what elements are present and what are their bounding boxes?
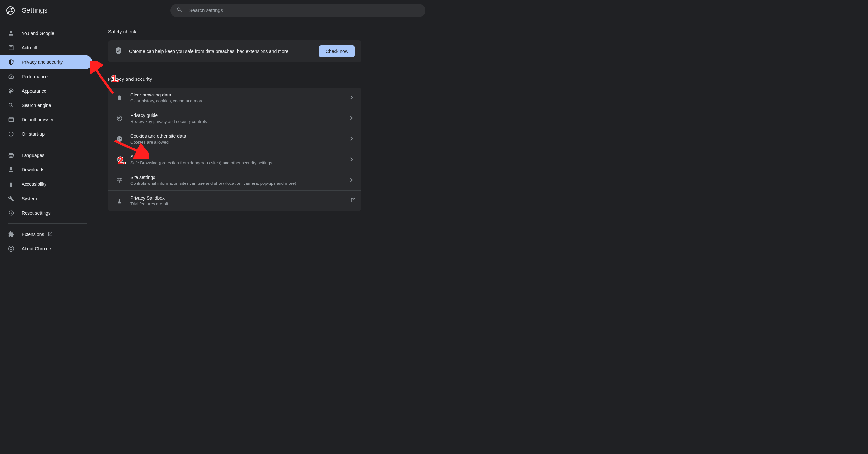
download-icon	[8, 166, 14, 173]
sidebar-item-system[interactable]: System	[0, 191, 92, 206]
sidebar-item-label: Default browser	[22, 117, 54, 122]
cookie-icon	[116, 135, 123, 142]
accessibility-icon	[8, 181, 14, 187]
sidebar-divider	[8, 144, 87, 145]
sidebar-item-label: Performance	[22, 74, 48, 79]
palette-icon	[8, 88, 14, 94]
check-now-button[interactable]: Check now	[319, 45, 355, 57]
wrench-icon	[8, 195, 14, 202]
shield-icon	[8, 59, 14, 65]
privacy-item-subtitle: Review key privacy and security controls	[130, 119, 350, 124]
sidebar-item-accessibility[interactable]: Accessibility	[0, 177, 92, 191]
tune-icon	[116, 176, 123, 184]
external-link-icon	[48, 231, 53, 237]
sidebar-item-extensions[interactable]: Extensions	[0, 227, 92, 241]
privacy-item-privacy-guide[interactable]: Privacy guide Review key privacy and sec…	[108, 108, 361, 129]
browser-icon	[8, 117, 14, 123]
sidebar-item-languages[interactable]: Languages	[0, 148, 92, 163]
svg-point-3	[10, 248, 12, 250]
header: Settings	[0, 0, 495, 21]
chevron-right-icon	[350, 136, 353, 142]
privacy-item-cookies[interactable]: Cookies and other site data Cookies are …	[108, 129, 361, 150]
sidebar-item-label: Reset settings	[22, 210, 51, 216]
sidebar-item-auto-fill[interactable]: Auto-fill	[0, 40, 92, 55]
chrome-logo-icon	[6, 6, 15, 15]
sidebar-item-label: Appearance	[22, 88, 46, 94]
sidebar-item-appearance[interactable]: Appearance	[0, 84, 92, 98]
sidebar-item-label: Search engine	[22, 103, 51, 108]
chevron-right-icon	[350, 157, 353, 163]
chevron-right-icon	[350, 177, 353, 183]
sidebar-item-label: On start-up	[22, 131, 44, 137]
sidebar-item-search-engine[interactable]: Search engine	[0, 98, 92, 112]
search-icon	[176, 6, 183, 14]
search-box[interactable]	[170, 4, 426, 17]
sidebar-item-privacy-security[interactable]: Privacy and security	[0, 55, 92, 69]
privacy-item-title: Privacy guide	[130, 113, 350, 118]
privacy-item-site-settings[interactable]: Site settings Controls what information …	[108, 170, 361, 191]
privacy-item-title: Security	[130, 154, 350, 159]
sidebar-item-downloads[interactable]: Downloads	[0, 163, 92, 177]
privacy-item-title: Clear browsing data	[130, 92, 350, 97]
page-title: Settings	[22, 6, 48, 15]
privacy-item-subtitle: Cookies are allowed	[130, 140, 350, 144]
power-icon	[8, 131, 14, 137]
privacy-item-title: Cookies and other site data	[130, 133, 350, 139]
safety-check-message: Chrome can help keep you safe from data …	[129, 49, 319, 54]
sidebar-item-label: System	[22, 196, 37, 201]
sidebar-divider	[8, 223, 87, 224]
search-container	[107, 4, 489, 17]
privacy-list: Clear browsing data Clear history, cooki…	[108, 88, 361, 211]
person-icon	[8, 30, 14, 37]
section-title-privacy: Privacy and security	[108, 76, 361, 82]
privacy-item-subtitle: Clear history, cookies, cache and more	[130, 98, 350, 103]
flask-icon	[116, 197, 123, 204]
privacy-item-clear-browsing-data[interactable]: Clear browsing data Clear history, cooki…	[108, 88, 361, 108]
sidebar-item-label: You and Google	[22, 31, 54, 36]
chevron-right-icon	[350, 116, 353, 121]
shield-check-icon	[115, 47, 122, 56]
sidebar-item-you-and-google[interactable]: You and Google	[0, 26, 92, 40]
sidebar-item-reset-settings[interactable]: Reset settings	[0, 206, 92, 220]
sidebar-item-about-chrome[interactable]: About Chrome	[0, 241, 92, 256]
safety-check-card: Chrome can help keep you safe from data …	[108, 40, 361, 62]
sidebar-item-performance[interactable]: Performance	[0, 69, 92, 84]
sidebar-item-default-browser[interactable]: Default browser	[0, 112, 92, 127]
section-title-safety: Safety check	[108, 29, 361, 34]
sidebar-item-label: Privacy and security	[22, 60, 63, 65]
search-engine-icon	[8, 102, 14, 108]
content-area: Safety check Chrome can help keep you sa…	[95, 21, 495, 258]
svg-point-2	[8, 246, 14, 252]
sidebar-item-label: Auto-fill	[22, 45, 37, 51]
privacy-item-subtitle: Safe Browsing (protection from dangerous…	[130, 160, 350, 165]
privacy-item-subtitle: Controls what information sites can use …	[130, 181, 350, 186]
sidebar-item-label: About Chrome	[22, 246, 51, 251]
privacy-item-security[interactable]: Security Safe Browsing (protection from …	[108, 150, 361, 170]
globe-icon	[8, 152, 14, 159]
privacy-item-title: Privacy Sandbox	[130, 195, 350, 200]
svg-point-1	[9, 9, 12, 12]
external-link-icon	[350, 197, 353, 204]
puzzle-icon	[8, 231, 14, 237]
privacy-item-subtitle: Trial features are off	[130, 201, 350, 206]
search-input[interactable]	[189, 7, 420, 13]
speedometer-icon	[8, 73, 14, 80]
sidebar-item-label: Downloads	[22, 167, 44, 172]
privacy-item-privacy-sandbox[interactable]: Privacy Sandbox Trial features are off	[108, 191, 361, 211]
chrome-icon	[8, 245, 14, 252]
sidebar-item-label: Languages	[22, 153, 44, 158]
sidebar: You and Google Auto-fill Privacy and sec…	[0, 21, 95, 258]
sidebar-item-label: Accessibility	[22, 182, 46, 187]
privacy-item-title: Site settings	[130, 175, 350, 180]
compass-icon	[116, 115, 123, 122]
sidebar-item-label: Extensions	[22, 232, 44, 237]
chevron-right-icon	[350, 95, 353, 101]
clipboard-icon	[8, 44, 14, 51]
shield-outline-icon	[116, 156, 123, 163]
history-icon	[8, 210, 14, 216]
trash-icon	[116, 94, 123, 101]
sidebar-item-on-start-up[interactable]: On start-up	[0, 127, 92, 141]
